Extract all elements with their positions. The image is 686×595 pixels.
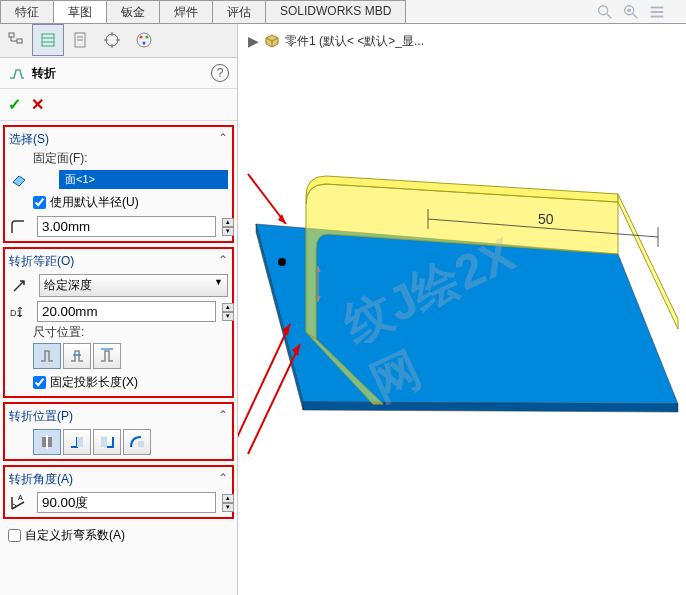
dim-outside-btn[interactable] — [33, 343, 61, 369]
svg-rect-8 — [9, 33, 14, 37]
tab-sheetmetal[interactable]: 钣金 — [106, 0, 160, 23]
pos-bend-outside-btn[interactable] — [123, 429, 151, 455]
tree-icon[interactable] — [0, 24, 32, 56]
feature-header: 转折 ? — [0, 58, 237, 89]
zoom-icon[interactable] — [622, 3, 640, 21]
svg-rect-6 — [651, 11, 664, 13]
depth-dropdown[interactable]: 给定深度▼ — [39, 274, 228, 297]
custom-bend-label: 自定义折弯系数(A) — [25, 527, 125, 544]
property-icon[interactable] — [32, 24, 64, 56]
svg-line-1 — [607, 14, 612, 18]
list-icon[interactable] — [648, 3, 666, 21]
default-radius-checkbox[interactable] — [33, 196, 46, 209]
svg-line-43 — [248, 174, 286, 224]
model-view[interactable]: 50 — [238, 24, 686, 595]
angle-icon: A — [9, 493, 27, 513]
position-group — [9, 427, 228, 457]
selected-face-input[interactable]: 面<1> — [59, 170, 228, 189]
radius-spinner[interactable]: ▴▾ — [222, 218, 234, 236]
depth-icon: D1 — [9, 302, 27, 322]
viewport[interactable]: ▶ 零件1 (默认< <默认>_显... 50 — [238, 24, 686, 595]
select-header[interactable]: 选择(S)⌃ — [9, 129, 228, 150]
radius-icon — [9, 217, 27, 237]
property-panel: 转折 ? ✓ ✕ 选择(S)⌃ 固定面(F): 面<1> 使用默认半径(U) — [0, 24, 238, 595]
svg-point-0 — [599, 6, 608, 15]
top-tabs: 特征 草图 钣金 焊件 评估 SOLIDWORKS MBD — [0, 0, 686, 24]
face-icon — [9, 169, 29, 189]
angle-section: 转折角度(A)⌃ A ▴▾ — [3, 465, 234, 519]
angle-input[interactable] — [37, 492, 216, 513]
ok-button[interactable]: ✓ — [8, 95, 21, 114]
tab-sketch[interactable]: 草图 — [53, 0, 107, 23]
custom-bend-row: 自定义折弯系数(A) — [0, 523, 237, 548]
breadcrumb: ▶ 零件1 (默认< <默认>_显... — [248, 32, 424, 50]
tab-mbd[interactable]: SOLIDWORKS MBD — [265, 0, 406, 23]
feature-title: 转折 — [32, 65, 211, 82]
tab-feature[interactable]: 特征 — [0, 0, 54, 23]
svg-point-22 — [140, 36, 143, 39]
pos-material-inside-btn[interactable] — [63, 429, 91, 455]
top-right-icons — [596, 3, 666, 21]
fixed-projection-label: 固定投影长度(X) — [50, 374, 138, 391]
angle-header[interactable]: 转折角度(A)⌃ — [9, 469, 228, 490]
default-radius-label: 使用默认半径(U) — [50, 194, 139, 211]
select-section: 选择(S)⌃ 固定面(F): 面<1> 使用默认半径(U) ▴▾ — [3, 125, 234, 243]
svg-point-24 — [143, 42, 146, 45]
dim-position-label: 尺寸位置: — [9, 324, 228, 341]
breadcrumb-text[interactable]: 零件1 (默认< <默认>_显... — [285, 33, 424, 50]
pos-centerline-btn[interactable] — [33, 429, 61, 455]
angle-spinner[interactable]: ▴▾ — [222, 494, 234, 512]
svg-text:50: 50 — [538, 211, 554, 227]
direction-icon[interactable] — [9, 276, 29, 296]
svg-line-47 — [238, 324, 290, 564]
svg-point-23 — [146, 36, 149, 39]
pos-material-outside-btn[interactable] — [93, 429, 121, 455]
svg-text:A: A — [18, 494, 23, 501]
face-label: 固定面(F): — [9, 150, 228, 167]
position-header[interactable]: 转折位置(P)⌃ — [9, 406, 228, 427]
depth-spinner[interactable]: ▴▾ — [222, 303, 234, 321]
position-section: 转折位置(P)⌃ — [3, 402, 234, 461]
svg-rect-32 — [138, 441, 144, 447]
svg-rect-31 — [101, 437, 107, 447]
radius-input[interactable] — [37, 216, 216, 237]
help-icon[interactable]: ? — [211, 64, 229, 82]
target-icon[interactable] — [96, 24, 128, 56]
dim-overall-btn[interactable] — [93, 343, 121, 369]
svg-rect-5 — [651, 7, 664, 9]
confirm-row: ✓ ✕ — [0, 89, 237, 121]
config-icon[interactable] — [64, 24, 96, 56]
svg-rect-7 — [651, 16, 664, 18]
custom-bend-checkbox[interactable] — [8, 529, 21, 542]
dim-position-group — [9, 341, 228, 371]
svg-point-21 — [137, 33, 151, 47]
depth-input[interactable] — [37, 301, 216, 322]
tab-evaluate[interactable]: 评估 — [212, 0, 266, 23]
svg-rect-9 — [17, 39, 22, 43]
svg-rect-10 — [42, 34, 54, 46]
offset-section: 转折等距(O)⌃ 给定深度▼ D1 ▴▾ 尺寸位置: 固定投影长 — [3, 247, 234, 398]
tab-weldment[interactable]: 焊件 — [159, 0, 213, 23]
offset-header[interactable]: 转折等距(O)⌃ — [9, 251, 228, 272]
part-icon — [263, 32, 281, 50]
jog-icon — [8, 64, 26, 82]
cancel-button[interactable]: ✕ — [31, 95, 44, 114]
dim-inside-btn[interactable] — [63, 343, 91, 369]
svg-point-3 — [627, 8, 631, 12]
appearance-icon[interactable] — [128, 24, 160, 56]
svg-line-4 — [633, 14, 638, 18]
svg-rect-30 — [77, 437, 83, 447]
search-icon[interactable] — [596, 3, 614, 21]
nav-arrow[interactable]: ▶ — [248, 33, 259, 49]
fixed-projection-checkbox[interactable] — [33, 376, 46, 389]
svg-point-38 — [278, 258, 286, 266]
panel-toolbar — [0, 24, 237, 58]
